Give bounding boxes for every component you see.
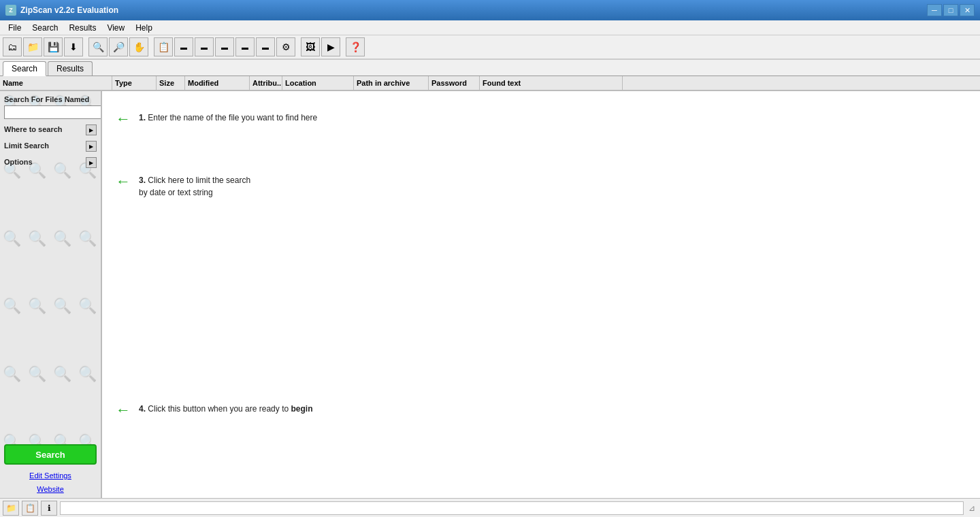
col-size[interactable]: Size xyxy=(157,76,185,90)
col-found-text[interactable]: Found text xyxy=(480,76,623,90)
status-info-button[interactable]: ℹ xyxy=(41,501,57,516)
toolbar-open-archive[interactable]: 🗂 xyxy=(3,37,22,56)
hint-1: ← 1. Enter the name of the file you want… xyxy=(116,112,966,127)
toolbar-stop[interactable]: ✋ xyxy=(129,37,148,56)
edit-settings-link[interactable]: Edit Settings xyxy=(29,471,71,480)
menu-bar: File Search Results View Help xyxy=(0,20,980,35)
tab-search[interactable]: Search xyxy=(3,61,46,76)
where-expand-button[interactable]: ▶ xyxy=(86,124,97,135)
toolbar-rect1[interactable]: ▬ xyxy=(174,37,193,56)
toolbar-help[interactable]: ❓ xyxy=(346,37,365,56)
toolbar-rect2[interactable]: ▬ xyxy=(195,37,214,56)
options-expand-button[interactable]: ▶ xyxy=(86,157,97,168)
minimize-button[interactable]: ─ xyxy=(927,4,942,16)
toolbar-rect4[interactable]: ▬ xyxy=(235,37,255,56)
col-modified[interactable]: Modified xyxy=(185,76,250,90)
where-section: Where to search ▶ xyxy=(0,122,101,138)
toolbar-extract[interactable]: ⬇ xyxy=(64,37,83,56)
where-search-label: Where to search xyxy=(4,125,63,133)
column-headers: Name Type Size Modified Attribu... Locat… xyxy=(0,76,980,91)
hint-3-arrow: ← xyxy=(116,174,131,189)
hint-4-number: 4. xyxy=(139,404,148,414)
status-text xyxy=(60,501,964,515)
hint-1-content: Enter the name of the file you want to f… xyxy=(148,113,317,122)
toolbar-search[interactable]: 🔍 xyxy=(88,37,108,56)
limit-search-label: Limit Search xyxy=(4,141,49,150)
toolbar-copy[interactable]: 📋 xyxy=(154,37,173,56)
toolbar-run[interactable]: ▶ xyxy=(321,37,340,56)
tab-bar: Search Results xyxy=(0,60,980,76)
title-bar-buttons: ─ □ ✕ xyxy=(927,4,975,16)
menu-help[interactable]: Help xyxy=(130,22,158,34)
col-location[interactable]: Location xyxy=(282,76,354,90)
toolbar-rect3[interactable]: ▬ xyxy=(215,37,234,56)
hint-4-bold: begin xyxy=(291,404,312,414)
hint-3-text: 3. Click here to limit the search by dat… xyxy=(139,174,250,199)
search-for-section: Search For Files Named ▼ ▶ xyxy=(0,91,101,122)
menu-results[interactable]: Results xyxy=(63,22,101,34)
toolbar-preview[interactable]: 🖼 xyxy=(301,37,320,56)
window-title: ZipScan v2.2c Evaluation xyxy=(20,5,118,15)
limit-section: Limit Search ▶ xyxy=(0,138,101,154)
toolbar-settings[interactable]: ⚙ xyxy=(276,37,295,56)
status-bar: 📁 📋 ℹ ⊿ xyxy=(0,498,980,517)
options-section: Options ▶ xyxy=(0,154,101,171)
hint-4-content: Click this button when you are ready to xyxy=(148,404,291,414)
maximize-button[interactable]: □ xyxy=(943,4,958,16)
menu-search[interactable]: Search xyxy=(27,22,63,34)
website-section: Website xyxy=(0,482,101,498)
search-button[interactable]: Search xyxy=(4,444,97,465)
website-link[interactable]: Website xyxy=(37,485,64,493)
right-panel: ← 1. Enter the name of the file you want… xyxy=(102,91,980,498)
hint-4: ← 4. Click this button when you are read… xyxy=(116,403,966,418)
menu-file[interactable]: File xyxy=(3,22,27,34)
left-panel: 🔍 🔍 🔍 🔍 🔍 🔍 🔍 🔍 🔍 🔍 🔍 🔍 🔍 🔍 🔍 🔍 🔍 🔍 🔍 🔍 … xyxy=(0,91,102,498)
options-label: Options xyxy=(4,158,33,166)
hint-3-line1: Click here to limit the search xyxy=(148,176,250,185)
tab-results[interactable]: Results xyxy=(48,61,93,76)
hint-4-arrow: ← xyxy=(116,403,131,418)
toolbar-save[interactable]: 💾 xyxy=(44,37,63,56)
hint-1-arrow: ← xyxy=(116,112,131,127)
col-password[interactable]: Password xyxy=(429,76,480,90)
resize-grip: ⊿ xyxy=(966,503,977,514)
search-for-label: Search For Files Named xyxy=(4,95,97,103)
toolbar-open-folder[interactable]: 📁 xyxy=(23,37,42,56)
limit-expand-button[interactable]: ▶ xyxy=(86,141,97,152)
col-type[interactable]: Type xyxy=(112,76,157,90)
col-name[interactable]: Name xyxy=(0,76,112,90)
search-input-row: ▼ ▶ xyxy=(4,105,97,119)
title-bar-left: Z ZipScan v2.2c Evaluation xyxy=(5,5,118,16)
col-attrib[interactable]: Attribu... xyxy=(250,76,282,90)
col-path-archive[interactable]: Path in archive xyxy=(354,76,429,90)
menu-view[interactable]: View xyxy=(101,22,130,34)
title-bar: Z ZipScan v2.2c Evaluation ─ □ ✕ xyxy=(0,0,980,20)
hint-3: ← 3. Click here to limit the search by d… xyxy=(116,174,966,199)
edit-settings-section: Edit Settings xyxy=(0,469,101,482)
hint-3-number: 3. xyxy=(139,176,148,185)
toolbar-search2[interactable]: 🔎 xyxy=(109,37,128,56)
hint-4-text: 4. Click this button when you are ready … xyxy=(139,403,312,415)
hint-1-number: 1. xyxy=(139,113,148,122)
status-list-button[interactable]: 📋 xyxy=(22,501,38,516)
close-button[interactable]: ✕ xyxy=(960,4,975,16)
search-input[interactable] xyxy=(4,105,102,119)
main-layout: 🔍 🔍 🔍 🔍 🔍 🔍 🔍 🔍 🔍 🔍 🔍 🔍 🔍 🔍 🔍 🔍 🔍 🔍 🔍 🔍 … xyxy=(0,91,980,498)
status-folder-button[interactable]: 📁 xyxy=(3,501,19,516)
hint-3-line2: by date or text string xyxy=(139,188,213,197)
hint-1-text: 1. Enter the name of the file you want t… xyxy=(139,112,317,124)
left-content: Search For Files Named ▼ ▶ Where to sear… xyxy=(0,91,101,498)
app-icon: Z xyxy=(5,5,16,16)
toolbar-rect5[interactable]: ▬ xyxy=(256,37,275,56)
toolbar: 🗂 📁 💾 ⬇ 🔍 🔎 ✋ 📋 ▬ ▬ ▬ ▬ ▬ ⚙ 🖼 ▶ ❓ xyxy=(0,35,980,60)
